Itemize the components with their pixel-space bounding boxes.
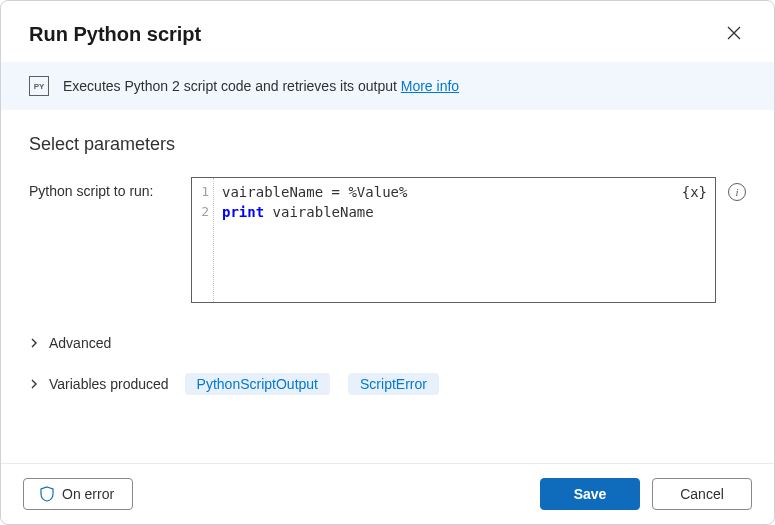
dialog-title: Run Python script bbox=[29, 23, 201, 46]
code-editor[interactable]: 1 2 vairableName = %Value% print vairabl… bbox=[191, 177, 716, 303]
insert-variable-button[interactable]: {x} bbox=[682, 184, 707, 200]
code-content: vairableName = %Value% print vairableNam… bbox=[214, 178, 415, 302]
banner-description: Executes Python 2 script code and retrie… bbox=[63, 78, 401, 94]
param-label: Python script to run: bbox=[29, 177, 179, 199]
param-row-script: Python script to run: 1 2 vairableName =… bbox=[29, 177, 746, 303]
dialog-footer: On error Save Cancel bbox=[1, 463, 774, 524]
banner-text: Executes Python 2 script code and retrie… bbox=[63, 78, 459, 94]
save-button[interactable]: Save bbox=[540, 478, 640, 510]
advanced-label: Advanced bbox=[49, 335, 111, 351]
python-icon: PY bbox=[29, 76, 49, 96]
on-error-button[interactable]: On error bbox=[23, 478, 133, 510]
shield-icon bbox=[40, 486, 54, 502]
dialog-body: Select parameters Python script to run: … bbox=[1, 110, 774, 463]
cancel-button[interactable]: Cancel bbox=[652, 478, 752, 510]
on-error-label: On error bbox=[62, 486, 114, 502]
chevron-right-icon bbox=[29, 376, 39, 392]
variables-produced-expander[interactable]: Variables produced PythonScriptOutput Sc… bbox=[29, 365, 746, 403]
info-banner: PY Executes Python 2 script code and ret… bbox=[1, 62, 774, 110]
code-gutter: 1 2 bbox=[192, 178, 214, 302]
variable-chips: PythonScriptOutput ScriptError bbox=[185, 373, 439, 395]
close-button[interactable] bbox=[722, 21, 746, 48]
advanced-expander[interactable]: Advanced bbox=[29, 327, 746, 359]
dialog: Run Python script PY Executes Python 2 s… bbox=[0, 0, 775, 525]
line-number: 1 bbox=[192, 182, 209, 202]
variable-chip-output[interactable]: PythonScriptOutput bbox=[185, 373, 330, 395]
close-icon bbox=[726, 25, 742, 41]
variables-produced-label: Variables produced bbox=[49, 376, 169, 392]
info-icon-wrap: i bbox=[728, 177, 746, 201]
variable-chip-error[interactable]: ScriptError bbox=[348, 373, 439, 395]
code-text: vairableName bbox=[264, 204, 374, 220]
section-title: Select parameters bbox=[29, 134, 746, 155]
footer-actions: Save Cancel bbox=[540, 478, 752, 510]
chevron-right-icon bbox=[29, 335, 39, 351]
keyword: print bbox=[222, 204, 264, 220]
info-icon[interactable]: i bbox=[728, 183, 746, 201]
line-number: 2 bbox=[192, 202, 209, 222]
code-line: vairableName = %Value% bbox=[222, 182, 407, 202]
code-container: 1 2 vairableName = %Value% print vairabl… bbox=[191, 177, 716, 303]
dialog-header: Run Python script bbox=[1, 1, 774, 62]
code-line: print vairableName bbox=[222, 202, 407, 222]
more-info-link[interactable]: More info bbox=[401, 78, 459, 94]
